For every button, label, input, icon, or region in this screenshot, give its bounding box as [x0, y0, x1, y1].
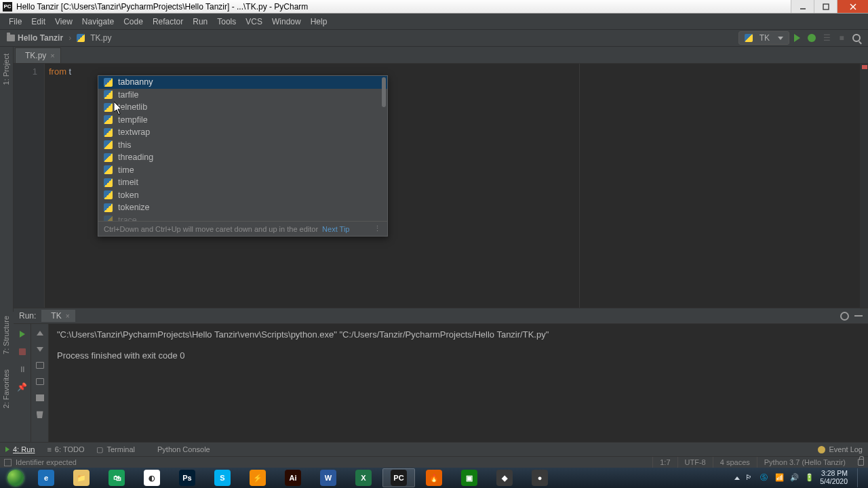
pause-button[interactable]: ⏸ [18, 365, 27, 374]
menu-help[interactable]: Help [306, 15, 332, 28]
completion-item[interactable]: tokenize [98, 201, 387, 214]
tray-overflow-icon[interactable] [734, 476, 740, 480]
run-console-output[interactable]: "C:\Users\Tanzir\PycharmProjects\Hello T… [49, 324, 868, 442]
tab-event-log[interactable]: Event Log [818, 445, 863, 453]
taskbar-excel[interactable]: X [347, 468, 380, 487]
close-run-tab-icon[interactable]: × [66, 312, 70, 320]
run-coverage-button[interactable]: ☰ [819, 33, 834, 43]
debug-button[interactable] [804, 34, 819, 42]
module-icon [104, 153, 113, 162]
completion-item[interactable]: tempfile [98, 114, 387, 127]
run-tab[interactable]: TK × [41, 310, 75, 322]
indent-setting[interactable]: 4 spaces [713, 457, 757, 468]
menu-refactor[interactable]: Refactor [148, 15, 188, 28]
close-button[interactable] [837, 0, 868, 13]
completion-item[interactable]: time [98, 164, 387, 177]
taskbar-xbox[interactable]: ▣ [453, 468, 486, 487]
scroll-up-button[interactable] [35, 328, 45, 338]
close-tab-icon[interactable]: × [50, 52, 54, 60]
pin-button[interactable]: 📌 [18, 382, 27, 392]
taskbar-word[interactable]: W [312, 468, 344, 487]
system-tray: 🏳 Ⓢ 📶 🔊 🔋 3:28 PM 5/4/2020 [734, 468, 865, 487]
taskbar-camtasia[interactable]: ◆ [488, 468, 521, 487]
module-icon [104, 165, 113, 174]
completion-item[interactable]: textwrap [98, 126, 387, 139]
gear-icon[interactable] [840, 312, 849, 321]
next-tip-link[interactable]: Next Tip [322, 225, 349, 233]
tab-terminal[interactable]: ▢ Terminal [96, 445, 135, 454]
completion-item[interactable]: this [98, 139, 387, 152]
breadcrumb-file[interactable]: TK.py [74, 33, 114, 43]
taskbar-ie[interactable]: e [30, 468, 62, 487]
taskbar-photoshop[interactable]: Ps [171, 468, 203, 487]
menu-edit[interactable]: Edit [26, 15, 50, 28]
run-button[interactable] [789, 34, 804, 42]
taskbar-firefox[interactable]: 🔥 [418, 468, 450, 487]
file-encoding[interactable]: UTF-8 [677, 457, 713, 468]
taskbar-illustrator[interactable]: Ai [277, 468, 309, 487]
menu-window[interactable]: Window [267, 15, 306, 28]
taskbar-vlc[interactable]: ⚡ [241, 468, 274, 487]
completion-item[interactable]: telnetlib [98, 101, 387, 114]
taskbar-explorer[interactable]: 📁 [65, 468, 98, 487]
favorites-toolwindow-tab[interactable]: 2: Favorites [0, 365, 12, 412]
error-stripe-mark[interactable] [862, 65, 867, 69]
scroll-down-button[interactable] [35, 344, 45, 354]
tray-skype-icon[interactable]: Ⓢ [760, 473, 770, 483]
taskbar-store[interactable]: 🛍 [100, 468, 133, 487]
completion-item[interactable]: token [98, 189, 387, 202]
code-editor[interactable]: from t tabnanny tarfile telnetlib tempfi… [45, 64, 860, 308]
stop-run-button[interactable] [18, 347, 27, 357]
scroll-end-button[interactable] [35, 377, 45, 386]
taskbar-recorder[interactable]: ● [524, 468, 556, 487]
completion-list[interactable]: tabnanny tarfile telnetlib tempfile text… [98, 76, 387, 221]
project-toolwindow-tab[interactable]: 1: Project [0, 49, 12, 89]
run-config-selector[interactable]: TK [738, 31, 789, 45]
tab-python-console[interactable]: Python Console [147, 445, 210, 453]
rerun-button[interactable] [18, 329, 27, 339]
breadcrumb-project[interactable]: Hello Tanzir [4, 33, 66, 43]
caret-position[interactable]: 1:7 [652, 457, 677, 468]
completion-scrollbar[interactable] [382, 77, 386, 107]
stop-button[interactable]: ■ [834, 33, 849, 43]
menu-tools[interactable]: Tools [212, 15, 241, 28]
tray-clock[interactable]: 3:28 PM 5/4/2020 [820, 470, 848, 485]
menu-run[interactable]: Run [188, 15, 212, 28]
completion-more-icon[interactable]: ⋮ [374, 224, 382, 233]
show-desktop-button[interactable] [857, 468, 863, 487]
print-button[interactable] [35, 393, 45, 403]
maximize-button[interactable] [814, 0, 837, 13]
menu-view[interactable]: View [50, 15, 77, 28]
completion-item[interactable]: trace [98, 214, 387, 222]
python-interpreter[interactable]: Python 3.7 (Hello Tanzir) [757, 457, 852, 468]
menu-code[interactable]: Code [119, 15, 148, 28]
tray-battery-icon[interactable]: 🔋 [805, 473, 814, 483]
print-icon [36, 394, 44, 401]
readonly-lock-icon[interactable] [858, 459, 864, 466]
taskbar-skype[interactable]: S [206, 468, 239, 487]
menu-vcs[interactable]: VCS [241, 15, 267, 28]
editor-tab-tk[interactable]: TK.py × [15, 47, 61, 63]
soft-wrap-button[interactable] [35, 361, 45, 370]
tab-todo[interactable]: ≡ 6: TODO [47, 445, 84, 453]
tray-network-icon[interactable]: 📶 [775, 473, 785, 483]
menu-navigate[interactable]: Navigate [77, 15, 119, 28]
completion-item[interactable]: tabnanny [98, 76, 387, 89]
editor-scroll-track[interactable] [860, 64, 868, 308]
tray-action-center-icon[interactable]: 🏳 [745, 473, 755, 483]
completion-item[interactable]: timeit [98, 176, 387, 189]
menu-file[interactable]: File [4, 15, 26, 28]
taskbar-chrome[interactable]: ◐ [136, 468, 168, 487]
taskbar-pycharm[interactable]: PC [382, 468, 415, 487]
structure-toolwindow-tab[interactable]: 7: Structure [0, 312, 12, 359]
toolwindows-toggle-icon[interactable] [4, 459, 12, 466]
search-everywhere-button[interactable] [849, 34, 864, 42]
clear-button[interactable] [35, 409, 45, 419]
hide-toolwindow-icon[interactable] [854, 315, 863, 317]
tray-volume-icon[interactable]: 🔊 [790, 473, 800, 483]
completion-item[interactable]: tarfile [98, 89, 387, 102]
tab-run[interactable]: 4: Run [5, 445, 35, 453]
minimize-button[interactable] [791, 0, 814, 13]
start-button[interactable] [3, 468, 28, 488]
completion-item[interactable]: threading [98, 151, 387, 164]
